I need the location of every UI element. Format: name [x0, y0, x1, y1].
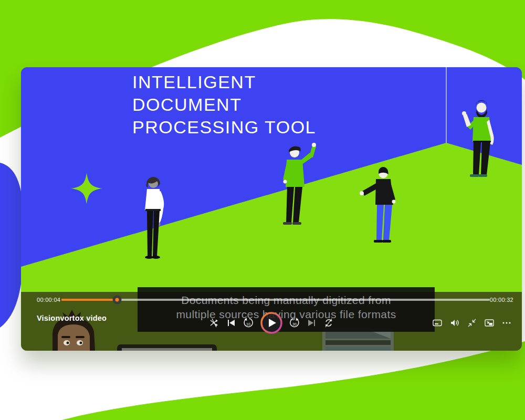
skip-forward-30-icon: 30	[289, 317, 300, 329]
total-time: 00:00:32	[490, 297, 513, 303]
video-headline-line2: DOCUMENT	[132, 93, 316, 116]
video-headline: INTELLIGENT DOCUMENT PROCESSING TOOL	[132, 71, 316, 139]
repeat-off-icon	[323, 318, 334, 328]
video-headline-line3: PROCESSING TOOL	[132, 116, 316, 139]
transport-controls: 10 3	[209, 312, 334, 334]
mini-player-button[interactable]	[484, 318, 495, 328]
dimmed-laptop	[117, 344, 217, 351]
svg-text:10: 10	[246, 322, 250, 326]
shuffle-off-icon	[209, 318, 219, 328]
volume-button[interactable]	[449, 318, 460, 328]
previous-icon	[226, 318, 236, 328]
skip-back-10-button[interactable]: 10	[243, 317, 254, 329]
more-options-button[interactable]	[501, 318, 512, 328]
svg-text:30: 30	[292, 322, 297, 326]
more-options-icon	[501, 318, 512, 328]
secondary-controls	[432, 318, 512, 328]
volume-icon	[449, 318, 460, 328]
captions-button[interactable]	[432, 318, 443, 328]
video-player: INTELLIGENT DOCUMENT PROCESSING TOOL	[21, 67, 522, 351]
captions-icon	[432, 318, 443, 328]
mini-player-icon	[484, 318, 495, 328]
exit-fullscreen-button[interactable]	[467, 318, 477, 328]
skip-forward-30-button[interactable]: 30	[289, 317, 300, 329]
repeat-off-button[interactable]	[323, 318, 334, 328]
skip-back-10-icon: 10	[243, 317, 254, 329]
video-headline-line1: INTELLIGENT	[132, 71, 316, 93]
video-title: Visionvortox video	[37, 314, 107, 322]
next-icon	[307, 318, 317, 328]
next-button[interactable]	[307, 318, 317, 328]
play-button[interactable]	[260, 312, 282, 334]
previous-button[interactable]	[226, 318, 236, 328]
play-icon	[260, 312, 282, 334]
shuffle-off-button[interactable]	[209, 318, 219, 328]
seek-handle[interactable]	[113, 296, 122, 304]
seek-bar[interactable]	[61, 299, 490, 301]
exit-fullscreen-icon	[467, 318, 477, 328]
seek-bar-fill	[61, 299, 117, 301]
current-time: 00:00:04	[37, 297, 60, 303]
